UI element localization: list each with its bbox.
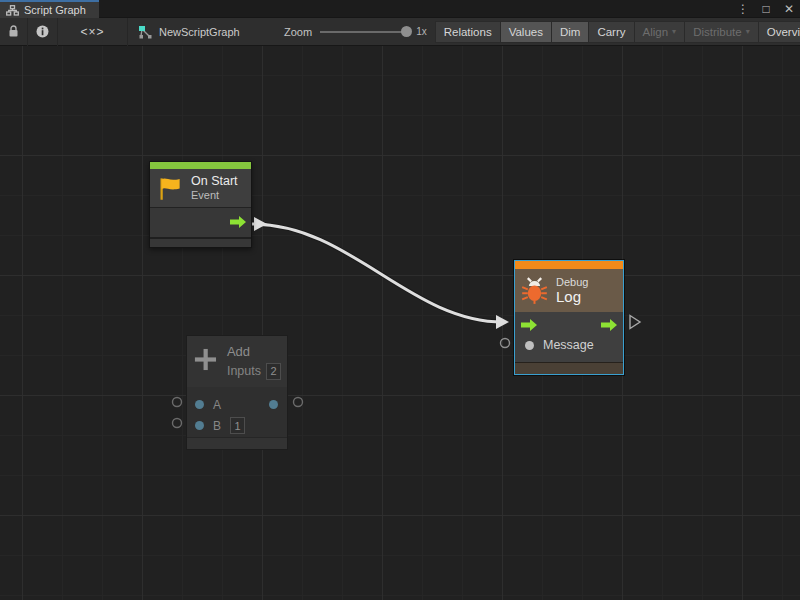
wire-source-arrowhead-icon (254, 217, 267, 231)
info-button[interactable] (28, 18, 58, 46)
node-body (150, 208, 251, 237)
node-subtitle: Inputs (227, 364, 261, 378)
node-header[interactable]: Debug Log (515, 269, 623, 312)
connections-overlay (0, 46, 800, 600)
lock-button[interactable] (0, 18, 28, 46)
node-title: Add (227, 345, 281, 360)
node-on-start[interactable]: On Start Event (149, 161, 252, 248)
node-footer (187, 437, 287, 449)
overview-button[interactable]: Overview (759, 21, 800, 43)
zoom-label: Zoom (284, 26, 312, 38)
input-port-a[interactable] (195, 400, 204, 409)
tab-title: Script Graph (24, 4, 86, 16)
distribute-dropdown[interactable]: Distribute ▾ (685, 21, 759, 43)
node-add[interactable]: Add Inputs 2 A B 1 (186, 335, 288, 450)
inputs-count-row: Inputs 2 (227, 363, 281, 380)
tab-strip: Script Graph ⋮ □ ✕ (0, 0, 800, 18)
message-port-row: Message (515, 334, 623, 356)
node-header[interactable]: Add Inputs 2 (187, 336, 287, 387)
output-port-sum[interactable] (269, 400, 278, 409)
script-graph-window: Script Graph ⋮ □ ✕ <×> (0, 0, 800, 600)
exec-port-row (515, 316, 623, 334)
zoom-slider-track[interactable] (320, 31, 402, 33)
node-title: Log (556, 288, 588, 305)
close-icon[interactable]: ✕ (782, 0, 796, 18)
message-port-label: Message (543, 338, 594, 352)
zoom-slider-handle[interactable] (401, 26, 412, 37)
inputs-count-field[interactable]: 2 (266, 363, 281, 380)
message-value-port[interactable] (525, 341, 534, 350)
port-row-b: B 1 (187, 415, 287, 436)
zoom-slider[interactable] (320, 18, 412, 46)
wire-shadow (252, 224, 503, 322)
node-subtitle: Event (191, 189, 238, 202)
wire-target-arrowhead-icon (496, 315, 509, 329)
port-b-label: B (213, 419, 221, 433)
graph-toolbar: <×> NewScriptGraph Zoom 1x Relations Val… (0, 18, 800, 46)
log-message-port-circle[interactable] (501, 339, 510, 348)
graph-reference[interactable]: NewScriptGraph (138, 25, 256, 39)
node-title: On Start (191, 174, 238, 188)
log-exit-port-triangle[interactable] (630, 316, 640, 329)
window-controls: ⋮ □ ✕ (736, 0, 796, 18)
graph-hierarchy-icon (6, 5, 19, 16)
chevron-down-icon: ▾ (672, 27, 676, 36)
add-input-a-port-circle[interactable] (173, 398, 182, 407)
flag-icon (156, 175, 183, 202)
port-row-a: A (187, 394, 287, 415)
exec-output-port[interactable] (601, 319, 617, 331)
plus-icon (193, 345, 218, 374)
add-input-b-port-circle[interactable] (173, 419, 182, 428)
script-graph-asset-icon (138, 25, 153, 39)
info-icon (36, 25, 49, 38)
code-icon: <×> (80, 25, 104, 39)
node-category: Debug (556, 276, 588, 289)
input-port-b[interactable] (195, 421, 204, 430)
add-output-port-circle[interactable] (294, 398, 303, 407)
tab-script-graph[interactable]: Script Graph (0, 0, 99, 18)
maximize-icon[interactable]: □ (759, 0, 773, 18)
relations-toggle[interactable]: Relations (435, 21, 501, 43)
bug-icon (521, 277, 548, 305)
code-preview-button[interactable]: <×> (58, 18, 128, 46)
node-accent-bar (515, 261, 623, 269)
zoom-value: 1x (416, 26, 427, 37)
exec-input-port[interactable] (521, 319, 537, 331)
window-menu-icon[interactable]: ⋮ (736, 0, 750, 18)
node-debug-log[interactable]: Debug Log Message (514, 260, 624, 375)
node-footer (150, 237, 251, 247)
port-a-label: A (213, 398, 221, 412)
chevron-down-icon: ▾ (746, 27, 750, 36)
align-dropdown[interactable]: Align ▾ (635, 21, 686, 43)
lock-icon (8, 25, 19, 38)
node-accent-bar (150, 162, 251, 169)
dim-toggle[interactable]: Dim (552, 21, 589, 43)
node-body: A B 1 (187, 387, 287, 437)
graph-name: NewScriptGraph (159, 26, 240, 38)
node-footer (515, 362, 623, 374)
exec-output-port[interactable] (230, 216, 246, 228)
node-body: Message (515, 312, 623, 362)
node-header[interactable]: On Start Event (150, 169, 251, 208)
wire-onstart-to-log[interactable] (252, 224, 503, 322)
carry-toggle[interactable]: Carry (589, 21, 634, 43)
toolbar-toggle-group: Relations Values Dim Carry Align ▾ Distr… (435, 18, 800, 46)
values-toggle[interactable]: Values (501, 21, 552, 43)
graph-canvas[interactable]: On Start Event (0, 46, 800, 600)
port-b-value-field[interactable]: 1 (230, 417, 245, 434)
